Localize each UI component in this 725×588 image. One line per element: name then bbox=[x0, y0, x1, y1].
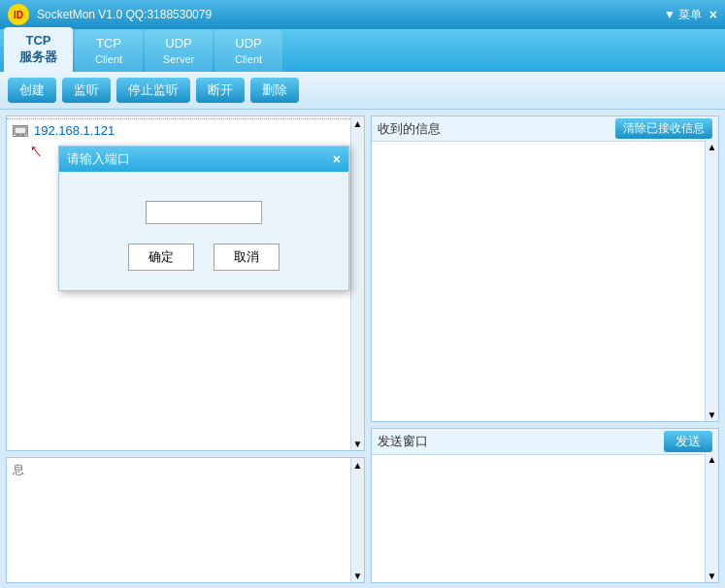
dialog-close-button[interactable]: × bbox=[333, 151, 341, 167]
port-input[interactable] bbox=[146, 201, 262, 224]
dialog-buttons: 确定 取消 bbox=[128, 244, 280, 271]
dialog-cancel-button[interactable]: 取消 bbox=[214, 244, 280, 271]
dialog-ok-button[interactable]: 确定 bbox=[128, 244, 194, 271]
dialog-content: 确定 取消 bbox=[59, 172, 348, 290]
dialog-overlay: 请输入端口 × 确定 取消 bbox=[0, 0, 725, 588]
dialog-title-bar: 请输入端口 × bbox=[59, 147, 348, 172]
dialog-title: 请输入端口 bbox=[67, 150, 130, 168]
port-input-dialog: 请输入端口 × 确定 取消 bbox=[58, 146, 349, 291]
